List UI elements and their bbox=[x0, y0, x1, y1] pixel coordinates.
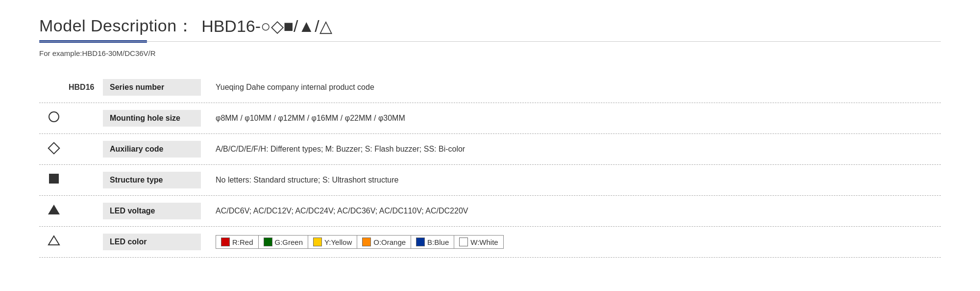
blue-label: B:Blue bbox=[427, 238, 449, 246]
structure-type-row: Structure type No letters: Standard stru… bbox=[39, 165, 941, 196]
yellow-label: Y:Yellow bbox=[324, 238, 352, 246]
voltage-label: LED voltage bbox=[103, 203, 201, 219]
orange-swatch bbox=[362, 238, 371, 246]
triangle-filled-icon bbox=[39, 205, 69, 217]
blue-swatch bbox=[416, 238, 425, 246]
mounting-label: Mounting hole size bbox=[103, 110, 201, 127]
model-description-label: Model Description： bbox=[39, 15, 194, 37]
series-label: Series number bbox=[103, 79, 201, 96]
square-icon bbox=[39, 174, 69, 186]
green-swatch bbox=[264, 238, 272, 246]
color-yellow: Y:Yellow bbox=[308, 235, 357, 249]
mounting-value: φ8MM / φ10MM / φ12MM / φ16MM / φ22MM / φ… bbox=[216, 114, 941, 123]
circle-icon bbox=[39, 111, 69, 125]
auxiliary-value: A/B/C/D/E/F/H: Different types; M: Buzze… bbox=[216, 145, 941, 154]
led-voltage-row: LED voltage AC/DC6V; AC/DC12V; AC/DC24V;… bbox=[39, 196, 941, 227]
color-label: LED color bbox=[103, 234, 201, 250]
orange-label: O:Orange bbox=[373, 238, 406, 246]
auxiliary-code-row: Auxiliary code A/B/C/D/E/F/H: Different … bbox=[39, 134, 941, 165]
color-white: W:White bbox=[454, 235, 503, 249]
auxiliary-label: Auxiliary code bbox=[103, 141, 201, 158]
voltage-value: AC/DC6V; AC/DC12V; AC/DC24V; AC/DC36V; A… bbox=[216, 207, 941, 215]
red-label: R:Red bbox=[232, 238, 253, 246]
led-color-row: LED color R:Red G:Green Y:Yellow bbox=[39, 227, 941, 258]
triangle-outline-icon bbox=[39, 235, 69, 249]
title-row: Model Description： HBD16-○◇■/▲/△ bbox=[39, 15, 941, 37]
mounting-hole-row: Mounting hole size φ8MM / φ10MM / φ12MM … bbox=[39, 103, 941, 134]
series-number-row: HBD16 Series number Yueqing Dahe company… bbox=[39, 72, 941, 103]
color-red: R:Red bbox=[216, 235, 259, 249]
main-container: Model Description： HBD16-○◇■/▲/△ For exa… bbox=[0, 0, 980, 277]
model-description-table: HBD16 Series number Yueqing Dahe company… bbox=[39, 72, 941, 258]
white-swatch bbox=[459, 238, 468, 246]
svg-marker-0 bbox=[49, 236, 59, 245]
color-value: R:Red G:Green Y:Yellow O:Orange bbox=[216, 235, 941, 249]
red-swatch bbox=[221, 238, 230, 246]
diamond-icon bbox=[39, 143, 69, 156]
example-text: For example:HBD16-30M/DC36V/R bbox=[39, 49, 941, 57]
series-prefix: HBD16 bbox=[69, 83, 103, 92]
color-orange: O:Orange bbox=[357, 235, 411, 249]
series-value: Yueqing Dahe company internal product co… bbox=[216, 83, 941, 92]
white-label: W:White bbox=[470, 238, 498, 246]
green-label: G:Green bbox=[275, 238, 303, 246]
color-boxes: R:Red G:Green Y:Yellow O:Orange bbox=[216, 235, 941, 249]
model-code: HBD16-○◇■/▲/△ bbox=[201, 16, 332, 36]
color-green: G:Green bbox=[258, 235, 309, 249]
yellow-swatch bbox=[313, 238, 322, 246]
color-blue: B:Blue bbox=[411, 235, 454, 249]
structure-label: Structure type bbox=[103, 172, 201, 188]
structure-value: No letters: Standard structure; S: Ultra… bbox=[216, 176, 941, 185]
